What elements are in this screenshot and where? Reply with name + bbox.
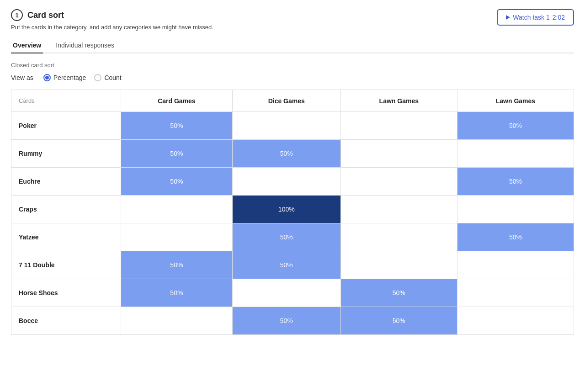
data-cell: 50% [457, 168, 574, 196]
card-name-cell: 7 11 Double [11, 251, 121, 279]
data-cell: 50% [121, 251, 233, 279]
tabs: Overview Individual responses [11, 38, 574, 53]
card-sort-table: Cards Card Games Dice Games Lawn Games L… [11, 90, 574, 335]
data-cell: 50% [340, 279, 457, 307]
data-cell: 50% [121, 279, 233, 307]
data-cell [121, 307, 233, 335]
data-cell [340, 196, 457, 223]
card-name-cell: Horse Shoes [11, 279, 121, 307]
cell-light: 50% [233, 251, 340, 279]
data-cell: 50% [121, 112, 233, 140]
data-cell: 100% [232, 196, 340, 223]
cell-light: 50% [233, 223, 340, 251]
data-cell: 50% [232, 223, 340, 251]
play-icon [506, 15, 510, 20]
data-cell: 50% [232, 251, 340, 279]
data-cell [340, 168, 457, 196]
cell-light: 50% [121, 279, 232, 307]
radio-count-circle[interactable] [94, 74, 101, 81]
cell-light: 50% [457, 168, 574, 195]
table-row: 7 11 Double50%50% [11, 251, 574, 279]
card-name-cell: Yatzee [11, 223, 121, 251]
data-cell [457, 140, 574, 168]
table-row: Poker50%50% [11, 112, 574, 140]
table-row: Craps100% [11, 196, 574, 223]
data-cell: 50% [457, 223, 574, 251]
data-cell [340, 112, 457, 140]
table-row: Yatzee50%50% [11, 223, 574, 251]
tab-individual-responses[interactable]: Individual responses [54, 38, 116, 53]
table-row: Horse Shoes50%50% [11, 279, 574, 307]
page: 1 Card sort Put the cards in the categor… [0, 0, 585, 392]
card-name-cell: Poker [11, 112, 121, 140]
view-as-row: View as Percentage Count [11, 74, 574, 81]
card-name-cell: Craps [11, 196, 121, 223]
watch-btn-label: Watch task 1 [513, 14, 549, 21]
col-header-lawn-games-2: Lawn Games [457, 90, 574, 112]
data-cell [340, 223, 457, 251]
card-name-cell: Rummy [11, 140, 121, 168]
data-cell: 50% [121, 140, 233, 168]
data-cell: 50% [232, 140, 340, 168]
task-title: Card sort [27, 11, 64, 20]
cell-light: 50% [341, 279, 457, 307]
header: 1 Card sort Put the cards in the categor… [11, 9, 574, 31]
col-header-cards: Cards [11, 90, 121, 112]
table-row: Rummy50%50% [11, 140, 574, 168]
data-cell [457, 279, 574, 307]
table-header-row: Cards Card Games Dice Games Lawn Games L… [11, 90, 574, 112]
radio-percentage-label: Percentage [53, 74, 86, 81]
watch-btn-time: 2:02 [553, 14, 565, 21]
cell-light: 50% [121, 251, 232, 279]
task-number: 1 [11, 9, 23, 21]
data-cell: 50% [232, 307, 340, 335]
col-header-dice-games: Dice Games [232, 90, 340, 112]
card-name-cell: Bocce [11, 307, 121, 335]
watch-task-button[interactable]: Watch task 1 2:02 [497, 9, 574, 26]
data-cell [457, 196, 574, 223]
cell-light: 50% [457, 223, 574, 251]
data-cell [457, 307, 574, 335]
data-cell: 50% [340, 307, 457, 335]
radio-percentage[interactable]: Percentage [43, 74, 86, 81]
cell-light: 50% [233, 140, 340, 167]
data-cell: 50% [121, 168, 233, 196]
tab-overview[interactable]: Overview [11, 38, 43, 53]
radio-count-label: Count [104, 74, 121, 81]
col-header-card-games: Card Games [121, 90, 233, 112]
card-name-cell: Euchre [11, 168, 121, 196]
cell-light: 50% [457, 112, 574, 139]
data-cell [232, 112, 340, 140]
cell-light: 50% [121, 112, 232, 139]
cell-light: 50% [121, 168, 232, 195]
col-header-lawn-games-1: Lawn Games [340, 90, 457, 112]
view-as-label: View as [11, 74, 33, 81]
cell-dark: 100% [233, 196, 340, 223]
radio-percentage-circle[interactable] [43, 74, 51, 81]
task-description: Put the cards in the category, and add a… [11, 24, 213, 31]
data-cell [340, 251, 457, 279]
data-cell [340, 140, 457, 168]
data-cell [232, 168, 340, 196]
data-cell [121, 223, 233, 251]
cell-light: 50% [121, 140, 232, 167]
header-left: 1 Card sort Put the cards in the categor… [11, 9, 213, 31]
cell-light: 50% [341, 307, 457, 334]
data-cell [457, 251, 574, 279]
data-cell [232, 279, 340, 307]
data-cell: 50% [457, 112, 574, 140]
sort-type-label: Closed card sort [11, 62, 574, 69]
cell-light: 50% [233, 307, 340, 334]
table-row: Bocce50%50% [11, 307, 574, 335]
data-cell [121, 196, 233, 223]
table-row: Euchre50%50% [11, 168, 574, 196]
radio-count[interactable]: Count [94, 74, 121, 81]
task-title-row: 1 Card sort [11, 9, 213, 21]
